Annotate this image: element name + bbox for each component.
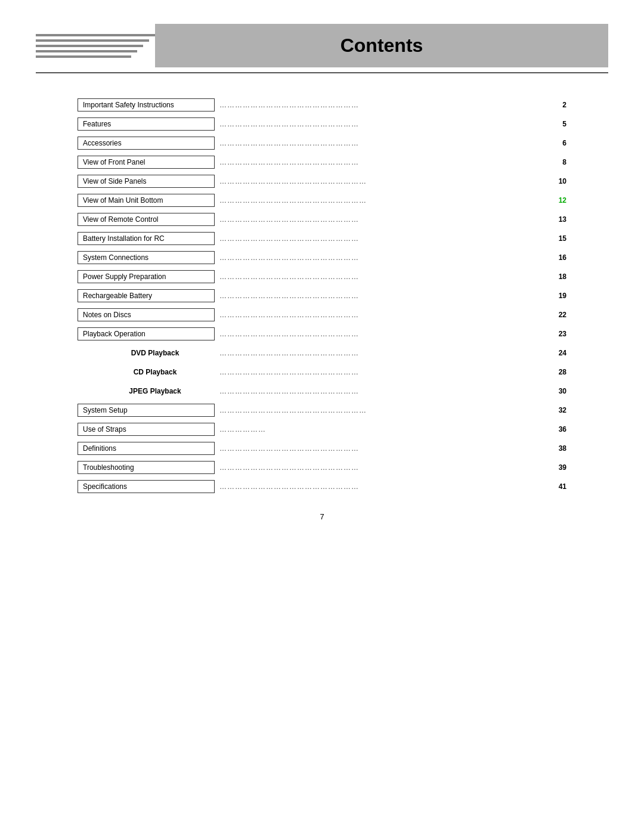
toc-page: 12 bbox=[549, 196, 566, 205]
toc-row: Features………………………………………………5 bbox=[78, 116, 566, 132]
toc-label-box[interactable]: Use of Straps bbox=[78, 423, 215, 436]
toc-label-box[interactable]: Troubleshooting bbox=[78, 461, 215, 474]
toc-dots: ……………………………………………… bbox=[215, 368, 549, 376]
toc-label-box[interactable]: Battery Installation for RC bbox=[78, 232, 215, 245]
toc-label-box[interactable]: System Connections bbox=[78, 251, 215, 264]
toc-row: Use of Straps………………36 bbox=[78, 422, 566, 437]
toc-dots: ………………………………………………… bbox=[215, 196, 549, 205]
toc-page: 24 bbox=[549, 349, 566, 357]
toc-dots: ……………………………………………… bbox=[215, 463, 549, 472]
toc-label-box[interactable]: Features bbox=[78, 117, 215, 131]
toc-dots: ………………………………………………… bbox=[215, 177, 549, 185]
toc-label-box[interactable]: Important Safety Instructions bbox=[78, 98, 215, 112]
toc-page: 19 bbox=[549, 292, 566, 300]
toc-dots: ……………………………………………… bbox=[215, 120, 549, 128]
toc-page: 36 bbox=[549, 425, 566, 433]
toc-dots: ……………………………………………… bbox=[215, 444, 549, 453]
toc-row: Troubleshooting………………………………………………39 bbox=[78, 460, 566, 475]
header-title-box: Contents bbox=[155, 24, 608, 67]
toc-page: 8 bbox=[549, 158, 566, 166]
toc-page: 28 bbox=[549, 368, 566, 376]
toc-label-indent: CD Playback bbox=[78, 368, 215, 376]
toc-row: Accessories………………………………………………6 bbox=[78, 135, 566, 151]
toc-row: Specifications………………………………………………41 bbox=[78, 479, 566, 494]
toc-row: Playback Operation………………………………………………23 bbox=[78, 326, 566, 342]
toc-label-indent: DVD Playback bbox=[78, 349, 215, 357]
toc-label-box[interactable]: Definitions bbox=[78, 442, 215, 455]
contents: Important Safety Instructions……………………………… bbox=[78, 97, 566, 494]
toc-row: CD Playback………………………………………………28 bbox=[78, 364, 566, 380]
toc-page: 5 bbox=[549, 120, 566, 128]
toc-page: 38 bbox=[549, 444, 566, 453]
toc-dots: ……………………………………………… bbox=[215, 349, 549, 357]
toc-label-box[interactable]: System Setup bbox=[78, 404, 215, 417]
toc-label-box[interactable]: Accessories bbox=[78, 137, 215, 150]
toc-row: System Connections………………………………………………16 bbox=[78, 250, 566, 265]
toc-page: 6 bbox=[549, 139, 566, 147]
toc-dots: ……………………………………………… bbox=[215, 311, 549, 319]
toc-dots: ……………………………………………… bbox=[215, 482, 549, 491]
toc-row: Definitions………………………………………………38 bbox=[78, 441, 566, 456]
toc-label-box[interactable]: Playback Operation bbox=[78, 327, 215, 340]
toc-row: View of Remote Control………………………………………………… bbox=[78, 212, 566, 227]
toc-row: Rechargeable Battery………………………………………………19 bbox=[78, 288, 566, 304]
toc-dots: ……………………………………………… bbox=[215, 234, 549, 243]
header-stripes bbox=[36, 24, 155, 67]
toc-row: Important Safety Instructions……………………………… bbox=[78, 97, 566, 113]
stripe-1 bbox=[36, 34, 155, 36]
toc-label-box[interactable]: Rechargeable Battery bbox=[78, 289, 215, 302]
toc-row: System Setup…………………………………………………32 bbox=[78, 402, 566, 418]
toc-page: 15 bbox=[549, 234, 566, 243]
header-underline bbox=[36, 72, 608, 73]
stripe-5 bbox=[36, 55, 131, 58]
toc-row: Battery Installation for RC…………………………………… bbox=[78, 231, 566, 246]
header: Contents bbox=[36, 0, 608, 67]
header-title: Contents bbox=[340, 35, 423, 57]
toc-row: View of Front Panel………………………………………………8 bbox=[78, 154, 566, 170]
toc-label-box[interactable]: Notes on Discs bbox=[78, 308, 215, 321]
toc-row: DVD Playback………………………………………………24 bbox=[78, 345, 566, 361]
toc-row: Power Supply Preparation…………………………………………… bbox=[78, 269, 566, 284]
toc-dots: ……………………………………………… bbox=[215, 253, 549, 262]
toc-page: 16 bbox=[549, 253, 566, 262]
toc-page: 23 bbox=[549, 330, 566, 338]
toc-page: 32 bbox=[549, 406, 566, 414]
toc-page: 2 bbox=[549, 101, 566, 109]
toc-page: 13 bbox=[549, 215, 566, 224]
toc-dots: ……………………………………………… bbox=[215, 158, 549, 166]
toc-page: 30 bbox=[549, 387, 566, 395]
toc-row: JPEG Playback………………………………………………30 bbox=[78, 383, 566, 399]
toc-dots: ……………………………………………… bbox=[215, 215, 549, 224]
toc-label-indent: JPEG Playback bbox=[78, 387, 215, 395]
toc-dots: ……………………………………………… bbox=[215, 330, 549, 338]
toc-page: 22 bbox=[549, 311, 566, 319]
toc-dots: ……………………………………………… bbox=[215, 292, 549, 300]
toc-page: 41 bbox=[549, 482, 566, 491]
page-number: 7 bbox=[0, 512, 644, 521]
toc-page: 18 bbox=[549, 272, 566, 281]
toc-label-box[interactable]: View of Remote Control bbox=[78, 213, 215, 226]
toc-row: View of Side Panels…………………………………………………10 bbox=[78, 174, 566, 189]
toc-page: 39 bbox=[549, 463, 566, 472]
toc-dots: ……………………………………………… bbox=[215, 139, 549, 147]
toc-dots: ……………………………………………… bbox=[215, 387, 549, 395]
toc-label-box[interactable]: View of Side Panels bbox=[78, 175, 215, 188]
toc-label-box[interactable]: View of Front Panel bbox=[78, 156, 215, 169]
stripe-3 bbox=[36, 45, 143, 47]
toc-dots: ……………………………………………… bbox=[215, 101, 549, 109]
stripe-4 bbox=[36, 50, 137, 52]
toc-dots: ……………………………………………… bbox=[215, 272, 549, 281]
toc-row: Notes on Discs………………………………………………22 bbox=[78, 307, 566, 323]
stripe-2 bbox=[36, 39, 149, 42]
toc-label-box[interactable]: View of Main Unit Bottom bbox=[78, 194, 215, 207]
toc-page: 10 bbox=[549, 177, 566, 185]
toc-label-box[interactable]: Power Supply Preparation bbox=[78, 270, 215, 283]
toc-row: View of Main Unit Bottom…………………………………………… bbox=[78, 193, 566, 208]
toc-dots: ………………………………………………… bbox=[215, 406, 549, 414]
toc-dots: ……………… bbox=[215, 425, 549, 433]
toc-label-box[interactable]: Specifications bbox=[78, 480, 215, 493]
page: Contents Important Safety Instructions……… bbox=[0, 0, 644, 833]
